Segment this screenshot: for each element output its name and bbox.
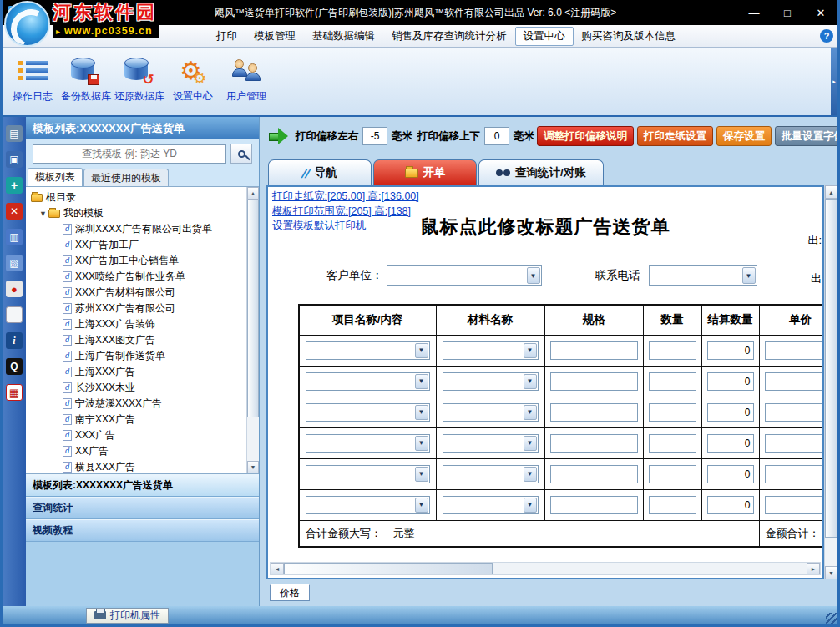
settle-qty-input[interactable]	[707, 403, 754, 422]
delete-icon[interactable]: ✕	[6, 203, 23, 220]
printer-properties-button[interactable]: 打印机属性	[86, 608, 169, 624]
settle-qty-input[interactable]	[707, 341, 754, 360]
scroll-down-icon[interactable]: ▼	[825, 566, 837, 579]
material-combobox[interactable]: ▼	[443, 341, 539, 360]
tree-item[interactable]: d南宁XXX广告	[29, 412, 259, 427]
help-icon[interactable]: ?	[820, 29, 833, 43]
maximize-button[interactable]: □	[771, 0, 804, 25]
item-name-combobox[interactable]: ▼	[306, 496, 430, 514]
chevron-down-icon[interactable]: ▼	[39, 210, 48, 218]
toolbar-overflow-icon[interactable]: ▸	[831, 48, 837, 115]
spec-input[interactable]	[550, 403, 638, 422]
unit-price-input[interactable]	[765, 465, 825, 483]
paste-icon[interactable]: ▧	[6, 255, 23, 271]
tab-billing[interactable]: 开单	[373, 159, 477, 185]
settle-qty-input[interactable]	[707, 465, 754, 483]
qty-input[interactable]	[649, 434, 696, 453]
qty-input[interactable]	[649, 403, 696, 422]
unit-price-input[interactable]	[765, 403, 825, 422]
save-settings-button[interactable]: 保存设置	[716, 126, 772, 146]
copy-icon[interactable]: ▥	[6, 229, 23, 245]
spec-input[interactable]	[550, 434, 638, 453]
new-document-icon[interactable]	[6, 306, 23, 323]
chevron-down-icon[interactable]: ▼	[415, 343, 428, 358]
toolbar-button-restore-database[interactable]: ↺ 还原数据库	[113, 53, 166, 104]
chevron-down-icon[interactable]: ▼	[524, 405, 537, 420]
qty-input[interactable]	[649, 341, 696, 360]
settle-qty-input[interactable]	[707, 434, 754, 453]
chevron-down-icon[interactable]: ▼	[415, 498, 428, 513]
spec-input[interactable]	[550, 465, 638, 483]
minimize-button[interactable]: —	[737, 0, 771, 25]
scroll-up-icon[interactable]: ▲	[247, 187, 259, 200]
menu-item-base-data[interactable]: 基础数据编辑	[304, 27, 383, 46]
qq-icon[interactable]: Q	[6, 358, 23, 375]
item-name-combobox[interactable]: ▼	[306, 434, 430, 453]
paper-feed-settings-button[interactable]: 打印走纸设置	[637, 126, 713, 146]
material-combobox[interactable]: ▼	[443, 372, 539, 391]
chevron-down-icon[interactable]: ▼	[524, 436, 537, 451]
search-button[interactable]	[230, 144, 252, 164]
tree-item[interactable]: d宁波慈溪XXXX广告	[29, 396, 259, 412]
tab-recent-templates[interactable]: 最近使用的模板	[83, 169, 169, 186]
menu-item-sales-query[interactable]: 销售及库存查询统计分析	[383, 27, 515, 46]
menu-item-template-management[interactable]: 模板管理	[245, 27, 304, 46]
close-button[interactable]: ✕	[804, 0, 837, 25]
settle-qty-input[interactable]	[707, 372, 754, 391]
spec-input[interactable]	[550, 372, 638, 391]
vertical-scrollbar[interactable]: ▲ ▼	[824, 185, 837, 579]
tree-item[interactable]: dXX广告加工厂	[29, 237, 259, 253]
tab-template-list[interactable]: 模板列表	[28, 168, 83, 186]
scroll-up-icon[interactable]: ▲	[825, 185, 837, 199]
chevron-down-icon[interactable]: ▼	[415, 467, 428, 482]
chevron-down-icon[interactable]: ▼	[415, 436, 428, 451]
spec-input[interactable]	[550, 496, 638, 514]
tree-item[interactable]: d上海广告制作送货单	[29, 348, 259, 364]
qrcode-icon[interactable]: ▦	[6, 384, 23, 401]
scroll-down-icon[interactable]: ▼	[247, 461, 259, 473]
menu-item-print[interactable]: 打印	[208, 27, 245, 46]
resize-grip[interactable]	[826, 613, 837, 624]
tree-item[interactable]: d长沙XXX木业	[29, 380, 259, 396]
menu-item-settings-center[interactable]: 设置中心	[515, 27, 574, 46]
template-tools-icon[interactable]: ▤	[6, 125, 23, 142]
price-sheet-tab[interactable]: 价格	[270, 584, 310, 601]
nav-section-video-tutorial[interactable]: 视频教程	[26, 519, 259, 542]
toolbar-button-operation-log[interactable]: 操作日志	[6, 53, 59, 104]
tree-item[interactable]: d苏州XXX广告有限公司	[29, 301, 259, 316]
print-preview-icon[interactable]: ▣	[6, 151, 23, 168]
chevron-down-icon[interactable]: ▼	[524, 498, 537, 513]
tree-item[interactable]: dXX广告	[29, 443, 259, 459]
toolbar-button-user-management[interactable]: 用户管理	[220, 53, 273, 104]
tree-root-node[interactable]: 根目录	[29, 190, 259, 205]
scrollbar-thumb[interactable]	[247, 200, 259, 417]
tree-item[interactable]: dXXX喷绘广告制作业务单	[29, 269, 259, 285]
horizontal-scrollbar[interactable]: ◄ ►	[270, 562, 821, 575]
tree-item[interactable]: d上海XXX广告装饰	[29, 316, 259, 332]
tree-item[interactable]: dXXX广告	[29, 427, 259, 443]
nav-section-query-statistics[interactable]: 查询统计	[26, 497, 259, 519]
chevron-down-icon[interactable]: ▼	[742, 267, 756, 284]
phone-combobox[interactable]: ▼	[649, 265, 757, 286]
tree-item[interactable]: d深圳XXXX广告有限公司出货单	[29, 221, 259, 237]
tree-item[interactable]: d上海XXX图文广告	[29, 332, 259, 348]
chevron-down-icon[interactable]: ▼	[415, 374, 428, 389]
pin-icon[interactable]: ●	[6, 281, 23, 297]
material-combobox[interactable]: ▼	[443, 496, 539, 514]
toolbar-button-settings-center[interactable]: ⚙⚙ 设置中心	[166, 53, 220, 104]
tree-item[interactable]: dXXX广告材料有限公司	[29, 285, 259, 301]
tree-item[interactable]: d横县XXX广告	[29, 459, 259, 474]
scrollbar-thumb[interactable]	[825, 199, 837, 538]
material-combobox[interactable]: ▼	[443, 403, 539, 422]
unit-price-input[interactable]	[765, 372, 825, 391]
tree-item[interactable]: d上海XXX广告	[29, 364, 259, 380]
batch-font-settings-button[interactable]: 批量设置字体	[775, 126, 840, 146]
tab-navigation[interactable]: // 导航	[268, 159, 372, 185]
tree-item[interactable]: dXX广告加工中心销售单	[29, 253, 259, 269]
tree-scrollbar[interactable]: ▲ ▼	[246, 187, 259, 473]
item-name-combobox[interactable]: ▼	[306, 341, 430, 360]
document-title[interactable]: 鼠标点此修改标题广告送货单	[268, 215, 822, 240]
spec-input[interactable]	[550, 341, 638, 360]
add-icon[interactable]: +	[6, 177, 23, 194]
scroll-right-icon[interactable]: ►	[807, 563, 820, 574]
